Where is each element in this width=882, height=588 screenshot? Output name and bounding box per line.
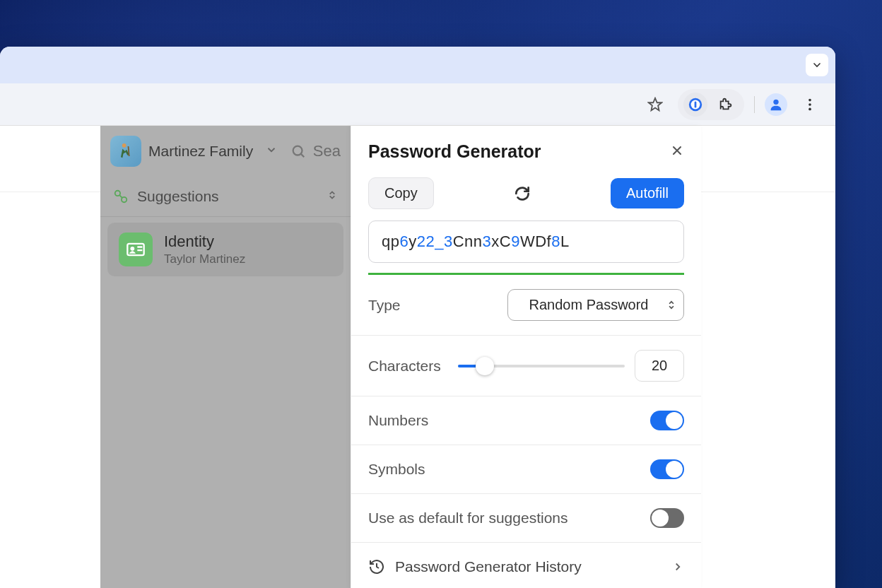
copy-button[interactable]: Copy <box>368 177 434 209</box>
profile-button[interactable] <box>765 93 787 116</box>
svg-point-7 <box>122 143 127 148</box>
sort-updown-icon <box>327 189 338 201</box>
search-placeholder: Sea <box>313 142 341 160</box>
symbols-row: Symbols <box>351 445 701 494</box>
extensions-group <box>678 89 744 120</box>
default-label: Use as default for suggestions <box>368 510 568 527</box>
type-value: Random Password <box>529 297 649 312</box>
svg-point-4 <box>808 98 811 101</box>
symbols-label: Symbols <box>368 461 425 478</box>
browser-window: Martinez Family Sea Suggestions <box>0 47 835 588</box>
type-select[interactable]: Random Password <box>507 289 684 321</box>
sort-button[interactable] <box>327 189 338 204</box>
svg-point-5 <box>808 103 811 106</box>
search-icon <box>290 143 306 159</box>
select-chevron <box>666 297 676 313</box>
more-vertical-icon <box>802 97 818 112</box>
toggle-thumb <box>652 510 669 527</box>
default-toggle[interactable] <box>650 508 684 528</box>
vault-chevron <box>265 143 278 159</box>
popup-title: Password Generator <box>368 141 541 162</box>
onepassword-sidebar: Martinez Family Sea Suggestions <box>100 126 351 588</box>
onepassword-extension-button[interactable] <box>683 93 707 117</box>
browser-menu-button[interactable] <box>797 92 823 117</box>
suggestions-label: Suggestions <box>137 188 318 205</box>
suggestions-header[interactable]: Suggestions <box>100 177 351 217</box>
svg-point-3 <box>773 99 778 104</box>
hiker-icon <box>116 141 136 161</box>
vault-selector[interactable]: Martinez Family Sea <box>100 126 351 177</box>
type-label: Type <box>368 297 401 314</box>
svg-point-10 <box>122 197 127 202</box>
default-row: Use as default for suggestions <box>351 494 701 543</box>
symbols-toggle[interactable] <box>650 459 684 479</box>
history-row[interactable]: Password Generator History <box>351 543 701 588</box>
regenerate-button[interactable] <box>510 181 535 206</box>
history-icon <box>368 558 385 575</box>
numbers-toggle[interactable] <box>650 411 684 430</box>
identity-card-icon <box>119 233 153 266</box>
close-button[interactable] <box>670 143 684 160</box>
svg-point-12 <box>130 247 134 251</box>
identity-item[interactable]: Identity Taylor Martinez <box>107 223 343 276</box>
type-row: Type Random Password <box>351 275 701 336</box>
tab-strip <box>0 47 835 83</box>
toggle-thumb <box>666 461 683 478</box>
characters-label: Characters <box>368 358 441 375</box>
identity-text: Identity Taylor Martinez <box>164 233 245 266</box>
extensions-button[interactable] <box>713 92 739 117</box>
toolbar-divider <box>754 96 755 113</box>
svg-point-8 <box>293 146 302 155</box>
refresh-icon <box>513 184 531 203</box>
identity-title: Identity <box>164 233 245 251</box>
autofill-button[interactable]: Autofill <box>611 178 684 208</box>
onepassword-icon <box>688 97 703 112</box>
tabs-dropdown-button[interactable] <box>806 54 828 76</box>
password-generator-popup: Password Generator Copy Autofill qp6y22_… <box>351 126 701 588</box>
characters-slider[interactable] <box>458 365 625 368</box>
slider-thumb[interactable] <box>476 357 494 375</box>
close-icon <box>670 143 684 158</box>
identity-subtitle: Taylor Martinez <box>164 252 245 266</box>
chevron-down-icon <box>265 143 278 156</box>
numbers-row: Numbers <box>351 396 701 445</box>
chevron-right-icon <box>671 560 684 573</box>
vault-name-label: Martinez Family <box>148 143 258 160</box>
toggle-thumb <box>666 412 683 429</box>
chevron-down-icon <box>811 59 823 71</box>
history-label: Password Generator History <box>395 558 662 575</box>
characters-value-input[interactable]: 20 <box>635 350 684 382</box>
profile-avatar-icon <box>768 97 784 112</box>
page-content: Martinez Family Sea Suggestions <box>0 126 835 588</box>
characters-row: Characters 20 <box>351 336 701 396</box>
search-field[interactable]: Sea <box>285 142 341 160</box>
suggestion-icon <box>113 189 129 204</box>
svg-point-9 <box>115 191 120 196</box>
puzzle-icon <box>718 97 734 112</box>
bookmark-star-button[interactable] <box>642 92 668 117</box>
generated-password-field[interactable]: qp6y22_3Cnn3xC9WDf8L <box>368 220 684 263</box>
svg-rect-2 <box>695 101 697 107</box>
updown-icon <box>666 300 676 310</box>
numbers-label: Numbers <box>368 412 428 429</box>
svg-point-6 <box>808 107 811 110</box>
vault-avatar-icon <box>110 136 141 167</box>
star-icon <box>647 97 663 112</box>
browser-toolbar <box>0 83 835 126</box>
